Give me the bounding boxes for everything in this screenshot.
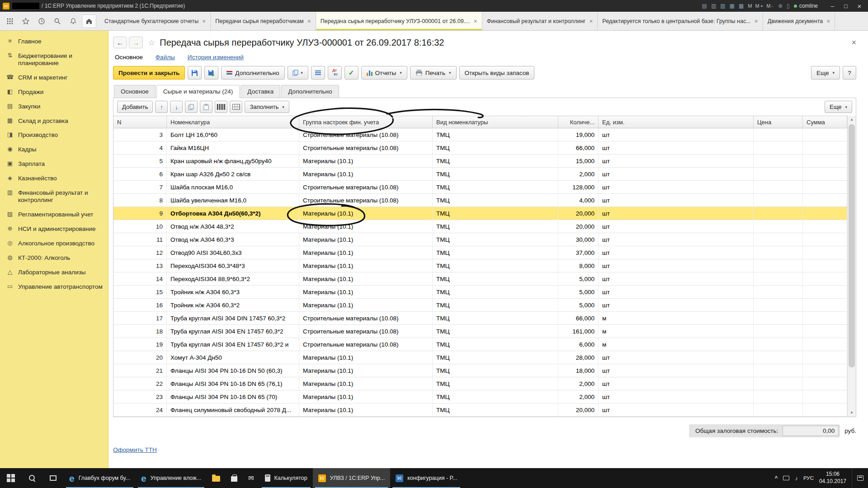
table-row[interactable]: 6Кран шар А326 Дн50 2 св/свМатериалы (10…	[113, 168, 847, 181]
tab-close-icon[interactable]: ×	[589, 18, 593, 25]
ttn-link[interactable]: Оформить ТТН	[113, 446, 157, 453]
sidebar-item[interactable]: ◉Кадры	[0, 142, 108, 157]
language-indicator[interactable]: РУС	[803, 475, 814, 481]
taskbar-app-store[interactable]	[226, 468, 243, 488]
taskbar-app-config[interactable]: 1Сконфигурация - Р...	[390, 468, 462, 488]
table-more-button[interactable]: Еще ▾	[825, 101, 852, 113]
table-row[interactable]: 16Тройник н/ж А304 60,3*2Материалы (10.1…	[113, 299, 847, 312]
column-header-n[interactable]: N	[113, 116, 167, 128]
taskbar-app-edge-2[interactable]: eУправление влож...	[136, 468, 207, 488]
column-header-sum[interactable]: Сумма	[803, 116, 847, 128]
taskbar-app-calc[interactable]: Калькулятор	[259, 468, 313, 488]
column-header-type[interactable]: Вид номенклатуры	[433, 116, 558, 128]
vertical-scrollbar[interactable]: ▲ ▼	[847, 116, 856, 417]
window-tab[interactable]: Стандартные бухгалтерские отчеты×	[100, 12, 211, 30]
table-row[interactable]: 18Труба круглая AISI 304 EN 17457 60,3*2…	[113, 325, 847, 338]
taskbar-app-explorer[interactable]	[207, 468, 226, 488]
notifications-bell-icon[interactable]	[66, 14, 80, 28]
window-tab[interactable]: Передачи сырья переработчикам×	[211, 12, 316, 30]
maximize-icon[interactable]: □	[839, 0, 853, 12]
doc-nav-link[interactable]: История изменений	[188, 54, 244, 61]
save-icon[interactable]: ▤	[702, 3, 707, 9]
table-row[interactable]: 3Болт ЦН 16,0*60Строительные материалы (…	[113, 128, 847, 141]
table-row[interactable]: 24Фланец силуминовый свободный 2078 Д...…	[113, 404, 847, 417]
sidebar-item[interactable]: ◨Производство	[0, 128, 108, 142]
table-row[interactable]: 13ПереходAISI304 60,3*48*3Материалы (10.…	[113, 259, 847, 272]
sidebar-item[interactable]: ▤Закупки	[0, 99, 108, 114]
table-row[interactable]: 5Кран шаровый н/ж фланц.ду50ру40Материал…	[113, 155, 847, 168]
table-row[interactable]: 17Труба круглая AISI 304 DIN 17457 60,3*…	[113, 312, 847, 325]
doc-tab[interactable]: Сырье и материалы (24)	[156, 85, 240, 98]
favorite-star-icon[interactable]: ☆	[148, 38, 155, 47]
additional-button[interactable]: Дополнительно	[221, 66, 284, 80]
more-button[interactable]: Еще ▾	[811, 66, 840, 80]
start-button[interactable]	[0, 468, 21, 488]
post-document-button[interactable]: ✓	[344, 66, 359, 80]
column-header-unit[interactable]: Ед. изм.	[599, 116, 754, 128]
table-row[interactable]: 10Отвод н/ж А304 48,3*2Материалы (10.1)Т…	[113, 220, 847, 233]
form-close-icon[interactable]: ×	[851, 38, 856, 47]
doc-tab[interactable]: Основное	[114, 85, 156, 98]
sidebar-item[interactable]: ◎Алкогольное производство	[0, 236, 108, 251]
save-button[interactable]	[188, 66, 202, 80]
table-row[interactable]: 15Тройник н/ж А304 60,3*3Материалы (10.1…	[113, 286, 847, 299]
table-row[interactable]: 14ПереходAISI304 88,9*60,3*2Материалы (1…	[113, 272, 847, 286]
scroll-down-icon[interactable]: ▼	[848, 409, 856, 417]
home-icon[interactable]	[82, 14, 96, 28]
scrollbar-thumb[interactable]	[849, 124, 855, 367]
move-down-button[interactable]: ↓	[170, 101, 183, 113]
tab-close-icon[interactable]: ×	[202, 18, 206, 25]
sidebar-item[interactable]: ▣Зарплата	[0, 157, 108, 171]
table-row[interactable]: 9Отбортовка А304 Дн50(60,3*2)Материалы (…	[113, 207, 847, 220]
save-and-open-button[interactable]	[204, 66, 218, 80]
print-button[interactable]: Печать ▾	[410, 66, 457, 80]
column-header-quantity[interactable]: Количе...	[558, 116, 599, 128]
table-row[interactable]: 20Хомут А-304 Дн50Материалы (10.1)ТМЦ28,…	[113, 351, 847, 364]
document-register-button[interactable]	[311, 66, 325, 80]
doc-nav-link[interactable]: Файлы	[156, 54, 175, 61]
copy-row-button[interactable]	[185, 101, 198, 113]
sidebar-item[interactable]: ◈Казначейство	[0, 171, 108, 186]
taskbar-app-edge-1[interactable]: eГлавбух форум бу...	[64, 468, 136, 488]
tray-expand-icon[interactable]: ^	[774, 475, 778, 481]
reports-button[interactable]: Отчеты ▾	[361, 66, 407, 80]
sidebar-item[interactable]: ≡Главное	[0, 34, 108, 49]
sidebar-item[interactable]: ◧Продажи	[0, 85, 108, 99]
column-header-nomenclature[interactable]: Номенклатура	[167, 116, 299, 128]
paste-row-button[interactable]	[200, 101, 212, 113]
sidebar-item[interactable]: ▭Управление автотранспортом	[0, 280, 108, 294]
taskbar-app-mail[interactable]: ✉	[243, 468, 259, 488]
fill-button[interactable]: Заполнить ▾	[245, 101, 289, 113]
sidebar-item[interactable]: ☎CRM и маркетинг	[0, 70, 108, 85]
table-row[interactable]: 8Шайба увеличенная М16,0Строительные мат…	[113, 194, 847, 207]
clock[interactable]: 15:06 04.10.2017	[819, 471, 846, 485]
sidebar-item[interactable]: ⇅Бюджетирование и планирование	[0, 49, 108, 70]
table-row[interactable]: 11Отвод н/ж А304 60,3*3Материалы (10.1)Т…	[113, 233, 847, 246]
sidebar-item[interactable]: ▨Регламентированный учет	[0, 207, 108, 222]
column-header-fin-group[interactable]: Группа настроек фин. учета	[299, 116, 433, 128]
sidebar-item[interactable]: △Лабораторные анализы	[0, 265, 108, 280]
create-based-on-button[interactable]: ▾	[288, 66, 308, 80]
window-tab[interactable]: Движения документа×	[763, 12, 835, 30]
move-up-button[interactable]: ↑	[155, 101, 168, 113]
doc-nav-link[interactable]: Основное	[115, 54, 143, 61]
sidebar-item[interactable]: ◍КТ-2000: Алкоголь	[0, 251, 108, 265]
scroll-up-icon[interactable]: ▲	[848, 116, 856, 123]
table-row[interactable]: 19Труба круглая AISI 304 EN 17457 60,3*2…	[113, 338, 847, 351]
current-user[interactable]: comline	[794, 3, 818, 9]
edit-table-button[interactable]	[230, 101, 242, 113]
column-header-price[interactable]: Цена	[754, 116, 803, 128]
volume-icon[interactable]: ♪	[795, 475, 798, 482]
taskbar-search-button[interactable]	[21, 468, 42, 488]
dt-kt-postings-button[interactable]: ДтКт	[328, 66, 342, 80]
table-row[interactable]: 23Фланцы AISI 304 PN 10-16 DN 65 (70)Мат…	[113, 390, 847, 404]
tab-close-icon[interactable]: ×	[307, 18, 311, 25]
close-icon[interactable]: ×	[853, 0, 866, 12]
zoom-icon[interactable]: ⊕	[778, 3, 783, 9]
doc-tab[interactable]: Доставка	[241, 85, 280, 98]
calendar-icon[interactable]: ▦	[730, 3, 735, 9]
table-row[interactable]: 21Фланцы AISI 304 PN 10-16 DN 50 (60,3)М…	[113, 364, 847, 377]
tab-close-icon[interactable]: ×	[826, 18, 830, 25]
table-row[interactable]: 4Гайка М16ЦНСтроительные материалы (10.0…	[113, 141, 847, 155]
barcode-scan-button[interactable]	[215, 101, 227, 113]
